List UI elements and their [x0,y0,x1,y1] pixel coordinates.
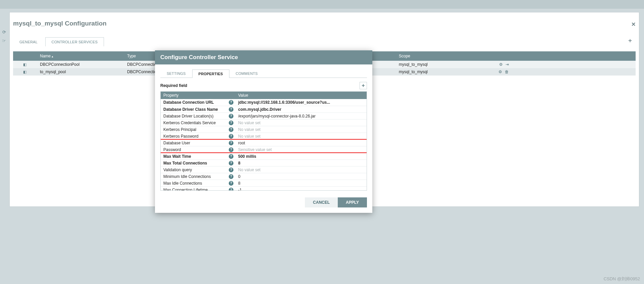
property-row[interactable]: Database User?root [161,139,367,146]
tab-properties[interactable]: PROPERTIES [192,69,229,78]
help-icon[interactable]: ? [229,134,233,139]
property-name: Database Driver Class Name? [161,107,235,112]
tab-settings[interactable]: SETTINGS [160,69,192,78]
add-controller-service-icon[interactable]: ＋ [627,37,633,44]
property-value[interactable]: No value set [235,121,367,125]
required-field-label: Required field [160,83,187,88]
property-name: Database Connection URL? [161,100,235,105]
service-name: to_mysql_pool [37,69,127,74]
add-property-icon[interactable]: + [360,82,367,89]
enable-icon[interactable]: ⇥ [505,62,509,67]
service-state-icon: ◧ [23,62,26,66]
cancel-button[interactable]: CANCEL [305,197,338,207]
help-icon[interactable]: ? [229,154,233,159]
property-row[interactable]: Kerberos Principal?No value set [161,126,367,133]
watermark: CSDN @刘帅0952 [603,276,640,282]
service-name: DBCPConnectionPool [37,62,127,67]
col-value: Value [235,93,367,98]
dialog-tab-strip: SETTINGS PROPERTIES COMMENTS [160,69,367,78]
service-scope: mysql_to_mysql [399,62,486,67]
app-toolbar [0,0,644,9]
tab-comments[interactable]: COMMENTS [229,69,264,78]
pg-title: mysql_to_mysql Configuration [10,20,639,27]
property-name: Validation query? [161,168,235,172]
hand-icon[interactable]: ☞ [1,38,7,44]
pg-tab-strip: GENERAL CONTROLLER SERVICES [13,37,639,47]
help-icon[interactable]: ? [229,127,233,132]
property-value[interactable]: /export/jars/mysql-connector-java-8.0.26… [235,114,367,119]
help-icon[interactable]: ? [229,141,233,145]
property-row[interactable]: Kerberos Credentials Service?No value se… [161,119,367,126]
property-row[interactable]: Max Total Connections?8 [161,159,367,166]
property-value[interactable]: Sensitive value set [235,147,367,152]
help-icon[interactable]: ? [229,147,233,152]
property-name: Minimum Idle Connections? [161,174,235,179]
property-value[interactable]: com.mysql.jdbc.Driver [235,107,367,112]
col-property: Property [161,93,235,98]
help-icon[interactable]: ? [229,100,233,105]
property-value[interactable]: 500 millis [235,154,367,159]
property-row[interactable]: Database Connection URL?jdbc:mysql://192… [161,99,367,106]
property-name: Max Total Connections? [161,161,235,165]
help-icon[interactable]: ? [229,188,233,191]
gear-icon[interactable]: ⚙ [499,62,503,67]
properties-scroll[interactable]: Database Connection URL?jdbc:mysql://192… [161,99,367,190]
service-scope: mysql_to_mysql [399,69,486,74]
property-name: Max Connection Lifetime? [161,188,235,191]
property-name: Max Idle Connections? [161,181,235,186]
property-name: Database Driver Location(s)? [161,114,235,119]
help-icon[interactable]: ? [229,107,233,112]
property-row[interactable]: Kerberos Password?No value set [161,133,367,139]
property-row[interactable]: Max Connection Lifetime?-1 [161,186,367,190]
property-row[interactable]: Database Driver Location(s)?/export/jars… [161,112,367,119]
dialog-title: Configure Controller Service [155,50,372,64]
close-icon[interactable]: ✕ [631,21,636,28]
refresh-icon[interactable]: ⟳ [1,29,7,36]
property-value[interactable]: root [235,141,367,145]
tab-controller-services[interactable]: CONTROLLER SERVICES [45,37,104,46]
gear-icon[interactable]: ⚙ [498,69,502,74]
property-value[interactable]: No value set [235,127,367,132]
configure-controller-service-dialog: Configure Controller Service SETTINGS PR… [155,50,372,213]
property-value[interactable]: No value set [235,134,367,139]
help-icon[interactable]: ? [229,114,233,119]
help-icon[interactable]: ? [229,168,233,172]
property-value[interactable]: 0 [235,174,367,179]
help-icon[interactable]: ? [229,174,233,179]
property-value[interactable]: 8 [235,161,367,165]
help-icon[interactable]: ? [229,181,233,186]
property-name: Max Wait Time? [161,154,235,159]
property-row[interactable]: Database Driver Class Name?com.mysql.jdb… [161,106,367,112]
property-name: Password? [161,147,235,152]
property-value[interactable]: jdbc:mysql://192.168.1.6:3306/user_sourc… [235,100,367,105]
property-name: Kerberos Password? [161,134,235,139]
property-row[interactable]: Max Wait Time?500 millis [161,153,367,159]
property-value[interactable]: 8 [235,181,367,186]
help-icon[interactable]: ? [229,121,233,125]
apply-button[interactable]: APPLY [338,197,367,207]
property-name: Kerberos Credentials Service? [161,121,235,125]
tab-general[interactable]: GENERAL [13,37,44,46]
property-row[interactable]: Max Idle Connections?8 [161,180,367,186]
property-name: Kerberos Principal? [161,127,235,132]
help-icon[interactable]: ? [229,161,233,165]
property-row[interactable]: Validation query?No value set [161,166,367,173]
col-scope[interactable]: Scope [399,54,486,58]
properties-table: Property Value Database Connection URL?j… [160,91,367,191]
property-value[interactable]: -1 [235,188,367,191]
left-mini-toolbar: ⟳ ☞ [0,27,8,47]
service-state-icon: ◧ [23,70,26,74]
property-value[interactable]: No value set [235,168,367,172]
property-name: Database User? [161,141,235,145]
property-row[interactable]: Password?Sensitive value set [161,146,367,153]
delete-icon[interactable]: 🗑 [505,69,509,74]
property-row[interactable]: Minimum Idle Connections?0 [161,173,367,180]
col-name[interactable]: Name [37,54,127,58]
